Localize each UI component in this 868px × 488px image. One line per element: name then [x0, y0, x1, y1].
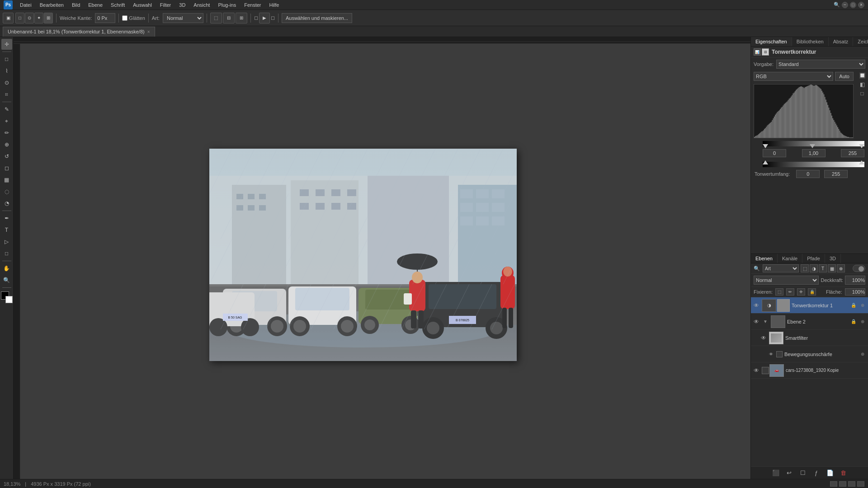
input-mid-value[interactable]	[802, 149, 826, 157]
filter-pixel-btn[interactable]: ⬚	[801, 264, 809, 272]
auto-button[interactable]: Auto	[835, 72, 854, 81]
vorgabe-select[interactable]: Standard	[776, 60, 865, 69]
tab-zeichen[interactable]: Zeichen	[853, 37, 868, 46]
deckkraft-input[interactable]	[845, 276, 865, 285]
menu-datei[interactable]: Datei	[16, 1, 35, 9]
flaeche-input[interactable]	[845, 288, 865, 296]
filter-shape-btn[interactable]: ▦	[828, 264, 836, 272]
midtone-input-handle[interactable]	[810, 144, 815, 148]
type-tool[interactable]: T	[1, 225, 12, 235]
nav2-icon[interactable]	[839, 481, 846, 487]
layer-item-bewegungsunschaerfe[interactable]: 👁 Bewegungsunschärfe ⊕	[751, 346, 868, 362]
canvas-content[interactable]: B 076825 B 50 SAG	[20, 44, 750, 479]
layer-vis-cars[interactable]: 👁	[753, 367, 760, 374]
filter-toggle[interactable]	[853, 265, 865, 272]
layer-vis-smartfilter[interactable]: 👁	[760, 334, 767, 342]
add-mask-btn[interactable]: ☐	[798, 469, 808, 478]
lock-paint-btn[interactable]: ✏	[786, 288, 794, 296]
tab-absatz[interactable]: Absatz	[829, 37, 854, 46]
layer-item-ebene2[interactable]: 👁 ▼ Ebene 2 🔒 ⊕	[751, 314, 868, 330]
layer-vis-bewegung[interactable]: 👁	[767, 351, 774, 358]
layers-mode-select[interactable]: Normal	[754, 276, 819, 285]
subtract-icon[interactable]: ⊟	[223, 13, 235, 23]
lock-transparent-btn[interactable]: ⬚	[775, 288, 783, 296]
input-white-value[interactable]	[841, 149, 864, 157]
lasso-tool[interactable]: ⌇	[1, 66, 12, 76]
object-select-tool[interactable]: ⊙	[1, 77, 12, 88]
color-swatches[interactable]	[1, 291, 13, 303]
menu-fenster[interactable]: Fenster	[241, 1, 264, 9]
layer-item-smartfilter[interactable]: 👁 Smartfilter	[751, 330, 868, 346]
tab-close-btn[interactable]: ×	[147, 29, 150, 34]
black-input-handle[interactable]	[763, 144, 768, 148]
layer-vis-ebene2[interactable]: 👁	[753, 318, 760, 325]
menu-3d[interactable]: 3D	[175, 1, 189, 9]
menu-schrift[interactable]: Schrift	[107, 1, 128, 9]
clone-tool[interactable]: ⊕	[1, 139, 12, 150]
menu-bild[interactable]: Bild	[68, 1, 84, 9]
tonwertumfang-white[interactable]	[824, 170, 848, 178]
tonwertumfang-black[interactable]	[796, 170, 820, 178]
intersect-icon[interactable]: ⊞	[236, 13, 247, 23]
layer-vis-tonwertkorrektur[interactable]: 👁	[753, 302, 760, 309]
tab-bibliotheken[interactable]: Bibliotheken	[792, 37, 829, 46]
nav-icon[interactable]	[830, 481, 837, 487]
black-output-handle[interactable]	[763, 160, 768, 164]
menu-ansicht[interactable]: Ansicht	[190, 1, 213, 9]
auswaehlen-maskieren-btn[interactable]: Auswählen und maskieren...	[282, 13, 352, 23]
tab-pfade[interactable]: Pfade	[802, 254, 825, 263]
eyedropper-shadow-btn[interactable]: 🔲	[858, 71, 866, 80]
tab-3d[interactable]: 3D	[825, 254, 841, 263]
menu-auswahl[interactable]: Auswahl	[129, 1, 156, 9]
lasso-select-btn[interactable]: ⊙	[25, 13, 34, 23]
dodge-tool[interactable]: ◔	[1, 198, 12, 209]
nav3-icon[interactable]	[848, 481, 855, 487]
edge-icon[interactable]: ⬚	[210, 13, 222, 23]
path-select-tool[interactable]: ▷	[1, 236, 12, 247]
layer-item-tonwertkorrektur[interactable]: 👁 ◑ Tonwertkorrektur 1 🔒 ⊕	[751, 297, 868, 314]
new-group-btn[interactable]: ⬛	[771, 469, 781, 478]
layer-style-btn[interactable]: ƒ	[811, 469, 821, 478]
photo-canvas[interactable]: B 076825 B 50 SAG	[209, 149, 517, 361]
eraser-tool[interactable]: ◻	[1, 163, 12, 174]
options-btn[interactable]: ⊞	[44, 13, 53, 23]
hand-tool[interactable]: ✋	[1, 263, 12, 274]
eyedropper-midtone-btn[interactable]: ◧	[858, 80, 866, 89]
filter-adjust-btn[interactable]: ◑	[810, 264, 818, 272]
channel-select[interactable]: RGB	[754, 72, 833, 81]
art-select[interactable]: Normal	[163, 13, 203, 23]
layer-expand-ebene2[interactable]: ▼	[762, 315, 769, 328]
history-brush-tool[interactable]: ↺	[1, 151, 12, 162]
document-tab[interactable]: Unbenannt-1 bei 18,1% (Tonwertkorrektur …	[3, 27, 155, 37]
filter-type-btn[interactable]: T	[819, 264, 827, 272]
layer-item-cars[interactable]: 👁 🚗 cars-1273808_1920 Kopie	[751, 362, 868, 379]
app-icon[interactable]: Ps	[4, 0, 13, 9]
blur-tool[interactable]: ◌	[1, 186, 12, 197]
menu-bearbeiten[interactable]: Bearbeiten	[36, 1, 67, 9]
eyedropper-tool[interactable]: ✎	[1, 104, 12, 115]
new-selection-btn[interactable]: ▣	[3, 13, 14, 23]
magic-select-btn[interactable]: ✦	[34, 13, 43, 23]
nav4-icon[interactable]	[857, 481, 864, 487]
menu-filter[interactable]: Filter	[156, 1, 175, 9]
search-icon[interactable]: 🔍	[834, 2, 840, 8]
adjustment-layer-btn[interactable]: ↩	[784, 469, 794, 478]
shape-tool[interactable]: □	[1, 248, 12, 259]
new-layer-btn[interactable]: 📄	[825, 469, 835, 478]
window-maximize-btn[interactable]: □	[850, 2, 856, 8]
tab-kanale[interactable]: Kanäle	[778, 254, 802, 263]
tab-eigenschaften[interactable]: Eigenschaften	[751, 37, 792, 46]
window-close-btn[interactable]: ×	[858, 2, 864, 8]
zoom-tool[interactable]: 🔍	[1, 275, 12, 286]
move-tool[interactable]: ✛	[1, 39, 12, 50]
pen-tool[interactable]: ✒	[1, 213, 12, 224]
rect-select-btn[interactable]: □	[15, 13, 24, 23]
filter-smart-btn[interactable]: ⊕	[837, 264, 845, 272]
healing-tool[interactable]: ⌖	[1, 116, 12, 127]
background-color[interactable]	[5, 296, 13, 303]
eyedropper-highlight-btn[interactable]: □	[858, 89, 866, 98]
crop-tool[interactable]: ⌗	[1, 89, 12, 100]
white-output-handle[interactable]	[859, 160, 864, 164]
window-minimize-btn[interactable]: −	[842, 2, 848, 8]
weiche-kante-input[interactable]	[95, 13, 115, 23]
